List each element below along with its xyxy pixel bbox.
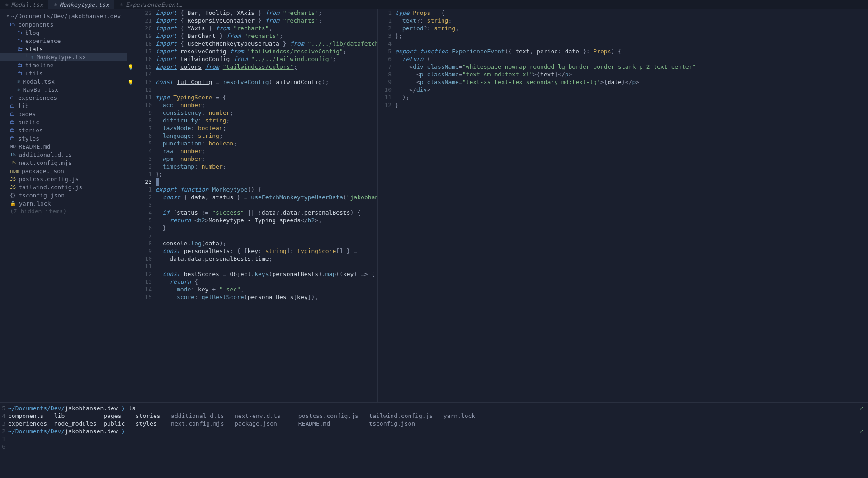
terminal-row[interactable]: 1	[0, 435, 868, 443]
code-line[interactable]: import { ResponsiveContainer } from "rec…	[156, 17, 377, 24]
tree-item-experience[interactable]: 🗀experience	[0, 37, 127, 45]
code-line[interactable]: );	[395, 94, 868, 101]
code-line[interactable]: import { useFetchMonkeytypeUserData } fr…	[156, 40, 377, 47]
tree-item-pages[interactable]: 🗀pages	[0, 110, 127, 118]
code-line[interactable]: acc: number;	[156, 101, 377, 109]
code-line[interactable]: import { Bar, Tooltip, XAxis } from "rec…	[156, 9, 377, 17]
code-line[interactable]: <p className="text-sm md:text-xl">{text}…	[395, 70, 868, 78]
code-line[interactable]: };	[156, 170, 377, 178]
code-line[interactable]: consistency: number;	[156, 109, 377, 117]
terminal-row[interactable]: 5~/Documents/Dev/jakobhansen.dev ❯ ls✓	[0, 404, 868, 412]
code-line[interactable]: </div>	[395, 86, 868, 94]
line-number: 7	[135, 124, 152, 132]
code-line[interactable]: score: getBestScore(personalBests[key]),	[156, 293, 377, 301]
tree-item-styles[interactable]: 🗀styles	[0, 134, 127, 142]
tree-item-timeline[interactable]: 🗀timeline	[0, 61, 127, 69]
code-line[interactable]	[156, 262, 377, 270]
code-line[interactable]: data.data.personalBests.time;	[156, 255, 377, 262]
code-line[interactable]: return <h2>Monkeytype - Typing speeds</h…	[156, 216, 377, 224]
code-line[interactable]: console.log(data);	[156, 239, 377, 247]
tree-item-tailwind-config-js[interactable]: JStailwind.config.js	[0, 183, 127, 191]
code-line[interactable]: <div className="whitespace-nowrap rounde…	[395, 63, 868, 70]
code-line[interactable]: if (status != "success" || !data?.data?.…	[156, 209, 377, 216]
code-line[interactable]: <p className="text-xs text-textsecondary…	[395, 78, 868, 86]
line-number: 15	[135, 63, 152, 70]
code-line[interactable]: export function Monkeytype() {	[156, 186, 377, 193]
code-line[interactable]: const bestScores = Object.keys(personalB…	[156, 270, 377, 278]
lightbulb-icon[interactable]: 💡	[127, 80, 134, 85]
terminal-row[interactable]: 2~/Documents/Dev/jakobhansen.dev ❯✓	[0, 427, 868, 435]
sign-column	[127, 155, 135, 163]
tab-label: ExperienceEvent…	[126, 1, 182, 9]
sign-column	[127, 117, 135, 124]
tree-item-README-md[interactable]: MDREADME.md	[0, 142, 127, 150]
tree-item-package-json[interactable]: npmpackage.json	[0, 167, 127, 175]
code-line[interactable]: import tailwindConfig from "../../tailwi…	[156, 55, 377, 63]
code-line[interactable]: mode: key + " sec",	[156, 286, 377, 293]
code-line[interactable]: text?: string;	[395, 17, 868, 24]
code-line[interactable]: const fullConfig = resolveConfig(tailwin…	[156, 78, 377, 86]
sign-column	[127, 70, 135, 78]
tree-item-Modal-tsx[interactable]: ⚛Modal.tsx	[0, 77, 127, 85]
code-line[interactable]	[156, 70, 377, 78]
chevron-down-icon: ▾	[6, 12, 9, 20]
code-line[interactable]: import resolveConfig from "tailwindcss/r…	[156, 47, 377, 55]
code-line[interactable]: const personalBests: { [key: string]: Ty…	[156, 247, 377, 255]
editor-left[interactable]: 💡💡 2221201918171615141312111098765432123…	[127, 9, 378, 402]
code-line[interactable]	[395, 40, 868, 47]
code-line[interactable]: import colors from "tailwindcss/colors";	[156, 63, 377, 70]
terminal-content: experiences node_modules public styles n…	[8, 420, 868, 427]
code-line[interactable]: const { data, status } = useFetchMonkeyt…	[156, 193, 377, 201]
tree-item-additional-d-ts[interactable]: TSadditional.d.ts	[0, 150, 127, 159]
terminal-row[interactable]: 4components lib pages stories additional…	[0, 412, 868, 420]
tree-root[interactable]: ▾ ~/Documents/Dev/jakobhansen.dev	[0, 12, 127, 20]
tab-2[interactable]: ⚛ExperienceEvent…	[114, 0, 188, 9]
tree-item-tsconfig-json[interactable]: {}tsconfig.json	[0, 191, 127, 199]
code-line[interactable]	[156, 178, 377, 186]
code-line[interactable]: import { YAxis } from "recharts";	[156, 24, 377, 32]
tree-item-next-config-mjs[interactable]: JSnext.config.mjs	[0, 159, 127, 167]
tree-item-experiences[interactable]: 🗀experiences	[0, 94, 127, 102]
code-line[interactable]: timestamp: number;	[156, 163, 377, 170]
terminal-row[interactable]: 3experiences node_modules public styles …	[0, 420, 868, 427]
tab-1[interactable]: ⚛Monkeytype.tsx	[48, 0, 114, 9]
code-line[interactable]: }	[395, 101, 868, 109]
code-line[interactable]: wpm: number;	[156, 155, 377, 163]
tree-item-NavBar-tsx[interactable]: ⚛NavBar.tsx	[0, 85, 127, 94]
code-line[interactable]: punctuation: boolean;	[156, 140, 377, 147]
code-line[interactable]	[156, 86, 377, 94]
code-line[interactable]	[156, 201, 377, 209]
tree-item-components[interactable]: 🗁components	[0, 20, 127, 28]
tree-item-Monkeytype-tsx[interactable]: └ ⚛Monkeytype.tsx	[0, 53, 127, 61]
terminal[interactable]: 5~/Documents/Dev/jakobhansen.dev ❯ ls✓4c…	[0, 402, 868, 478]
code-line[interactable]: type TypingScore = {	[156, 94, 377, 101]
code-line[interactable]: }	[156, 224, 377, 232]
file-tree[interactable]: ▾ ~/Documents/Dev/jakobhansen.dev 🗁compo…	[0, 9, 127, 402]
tree-item-lib[interactable]: 🗀lib	[0, 102, 127, 110]
sign-column	[127, 170, 135, 178]
code-line[interactable]: language: string;	[156, 132, 377, 140]
code-line[interactable]: lazyMode: boolean;	[156, 124, 377, 132]
code-line[interactable]: period?: string;	[395, 24, 868, 32]
tree-item-yarn-lock[interactable]: 🔒yarn.lock	[0, 199, 127, 207]
tree-item-stories[interactable]: 🗀stories	[0, 126, 127, 134]
code-line[interactable]: };	[395, 32, 868, 40]
tree-item-public[interactable]: 🗀public	[0, 118, 127, 126]
code-line[interactable]: return {	[156, 278, 377, 286]
terminal-line-number: 3	[0, 420, 8, 427]
tree-item-blog[interactable]: 🗀blog	[0, 28, 127, 37]
tab-0[interactable]: ⚛Modal.tsx	[0, 0, 48, 9]
editor-right[interactable]: 1123456789101112 type Props = { text?: s…	[378, 9, 868, 402]
code-line[interactable]	[156, 232, 377, 239]
tree-item-stats[interactable]: 🗁stats	[0, 45, 127, 53]
code-line[interactable]: import { BarChart } from "recharts";	[156, 32, 377, 40]
code-line[interactable]: return (	[395, 55, 868, 63]
tree-item-postcss-config-js[interactable]: JSpostcss.config.js	[0, 175, 127, 183]
code-line[interactable]: difficulty: string;	[156, 117, 377, 124]
code-line[interactable]: raw: number;	[156, 147, 377, 155]
code-line[interactable]: export function ExperienceEvent({ text, …	[395, 47, 868, 55]
tree-item-utils[interactable]: 🗀utils	[0, 69, 127, 77]
code-line[interactable]: type Props = {	[395, 9, 868, 17]
terminal-row[interactable]: 6	[0, 443, 868, 450]
lightbulb-icon[interactable]: 💡	[127, 64, 134, 70]
